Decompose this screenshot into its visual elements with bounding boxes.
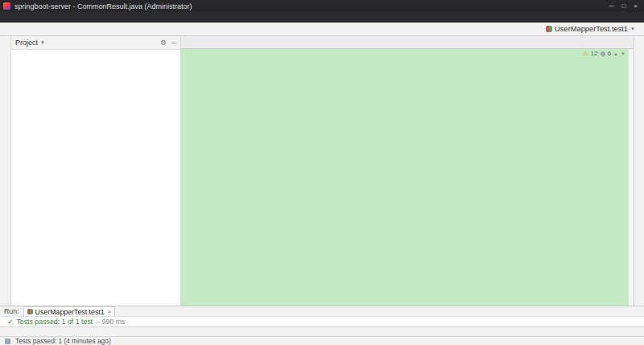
close-tab-icon[interactable]: × <box>108 308 112 315</box>
hide-panel-icon[interactable]: ─ <box>171 39 176 47</box>
window-controls: ─ □ × <box>609 2 641 10</box>
tool-window-bar <box>0 327 644 336</box>
left-tool-stripe <box>0 36 11 306</box>
maximize-button[interactable]: □ <box>621 2 625 10</box>
run-configuration-select[interactable]: UserMapperTest.test1 ▼ <box>543 25 638 33</box>
project-panel: Project ▼ ⚙ ─ <box>11 36 181 306</box>
editor-tabs <box>181 36 634 49</box>
inspections-widget[interactable]: ⚠ 12 6 ▲ ▼ <box>583 50 625 57</box>
chevron-down-icon: ▼ <box>630 27 635 31</box>
main-area: Project ▼ ⚙ ─ ⚠ 12 6 ▲ ▼ <box>0 36 644 306</box>
tests-status-text: Tests passed: 1 of 1 test <box>16 318 93 326</box>
project-panel-actions: ⚙ ─ <box>160 39 176 47</box>
project-tree <box>11 50 180 306</box>
idea-window: springboot-server - CommonResult.java (A… <box>0 0 644 345</box>
chevron-down-icon[interactable]: ▼ <box>40 40 45 45</box>
status-message: Tests passed: 1 (4 minutes ago) <box>15 337 111 345</box>
settings-gear-icon[interactable]: ⚙ <box>160 39 167 47</box>
project-panel-header: Project ▼ ⚙ ─ <box>11 36 180 50</box>
editor[interactable]: ⚠ 12 6 ▲ ▼ <box>181 49 634 306</box>
info-count: 6 <box>608 50 611 57</box>
run-panel-header: Run: UserMapperTest.test1 × <box>0 306 644 317</box>
run-tab-label: UserMapperTest.test1 <box>35 308 105 316</box>
intellij-logo-icon <box>3 2 10 10</box>
tests-duration: – 990 ms <box>96 318 125 326</box>
warning-icon: ⚠ <box>583 50 588 57</box>
main-toolbar: UserMapperTest.test1 ▼ <box>542 25 639 33</box>
right-tool-stripe <box>634 36 644 306</box>
window-title: springboot-server - CommonResult.java (A… <box>14 2 192 10</box>
status-bar: Tests passed: 1 (4 minutes ago) <box>0 336 644 345</box>
project-panel-title[interactable]: Project <box>15 39 38 47</box>
run-panel-label: Run: <box>4 307 19 315</box>
run-panel: Run: UserMapperTest.test1 × ✓ Tests pass… <box>0 306 644 327</box>
tests-passed-icon: ✓ <box>7 318 13 326</box>
junit-config-icon <box>546 26 552 32</box>
title-bar: springboot-server - CommonResult.java (A… <box>0 0 644 12</box>
run-panel-toolbar: ✓ Tests passed: 1 of 1 test – 990 ms <box>0 317 644 327</box>
minimize-button[interactable]: ─ <box>609 2 614 10</box>
junit-config-icon <box>27 309 33 314</box>
prev-warning-icon[interactable]: ▲ <box>613 51 618 56</box>
menu-bar <box>0 12 644 23</box>
tool-window-switcher-icon[interactable] <box>5 339 10 344</box>
warning-count: 12 <box>591 50 598 57</box>
next-warning-icon[interactable]: ▼ <box>621 51 625 56</box>
navigation-bar: UserMapperTest.test1 ▼ <box>0 23 644 36</box>
close-button[interactable]: × <box>634 2 638 10</box>
info-icon <box>601 51 605 56</box>
error-stripe[interactable] <box>628 49 634 306</box>
editor-area: ⚠ 12 6 ▲ ▼ <box>181 36 634 306</box>
run-tab[interactable]: UserMapperTest.test1 × <box>23 306 116 316</box>
run-configuration-name: UserMapperTest.test1 <box>555 25 628 33</box>
